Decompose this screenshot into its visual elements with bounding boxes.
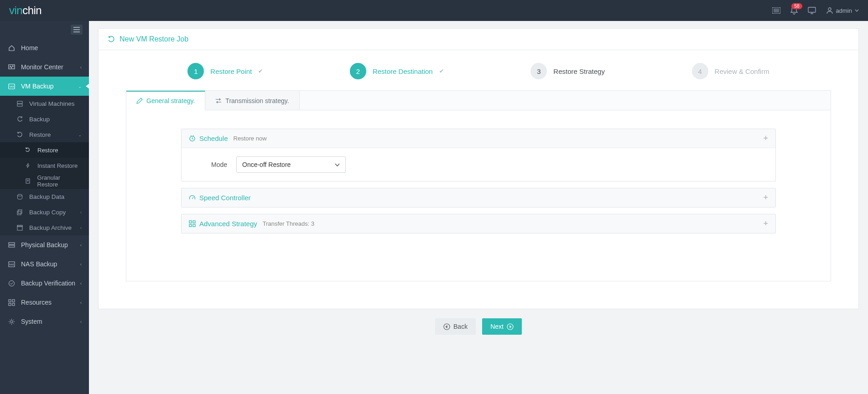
sidebar-item-resources[interactable]: Resources ‹ [0,293,89,312]
wizard-steps: 1 Restore Point ✔ 2 Restore Destination … [126,59,831,90]
sidebar-item-vm-backup[interactable]: VM VM Backup ⌄ [0,77,89,96]
sidebar-item-restore[interactable]: Restore ⌄ [0,127,89,142]
accordion-body-schedule: Mode Once-off Restore [182,148,775,181]
sidebar-item-granular-restore[interactable]: Granular Restore [0,173,89,189]
chevron-left-icon: ‹ [80,65,82,70]
step-number: 3 [530,63,547,79]
sidebar-item-backup[interactable]: Backup [0,111,89,127]
mode-select[interactable]: Once-off Restore [236,156,346,173]
active-indicator-icon [86,83,89,89]
step-label: Restore Point [210,67,252,75]
sidebar-item-monitor[interactable]: Monitor Center ‹ [0,57,89,77]
arrow-left-circle-icon [443,323,450,330]
step-number: 4 [692,63,708,79]
page-panel: New VM Restore Job 1 Restore Point ✔ 2 R… [98,28,859,309]
accordion-head-speed[interactable]: Speed Controller + [182,188,775,207]
server-icon [7,242,16,249]
sidebar-item-label: Resources [21,299,52,306]
check-icon: ✔ [258,68,263,74]
sidebar-item-restore-child[interactable]: Restore [0,142,89,158]
user-icon [826,7,833,14]
sidebar-item-nas-backup[interactable]: NAS NAS Backup ‹ [0,254,89,274]
svg-text:VM: VM [10,85,14,88]
accordion-head-schedule[interactable]: Schedule Restore now + [182,129,775,148]
chevron-left-icon: ‹ [80,225,82,230]
accordion-subtitle: Restore now [234,135,267,142]
sidebar-item-home[interactable]: Home [0,38,89,57]
tab-transmission-strategy[interactable]: Transmission strategy. [205,91,299,110]
home-icon [7,45,16,52]
tab-general-strategy[interactable]: General strategy. [126,91,205,110]
sidebar-item-label: System [21,318,42,325]
sidebar-item-instant-restore[interactable]: Instant Restore [0,158,89,173]
sidebar-item-backup-data[interactable]: Backup Data [0,189,89,204]
check-icon: ✔ [439,68,444,74]
chevron-left-icon: ‹ [80,243,82,248]
sidebar-toggle-button[interactable] [71,25,83,35]
list-icon[interactable] [772,7,780,14]
notification-bell-icon[interactable]: 58 [790,6,798,15]
svg-text:NAS: NAS [9,263,14,266]
accordion-speed: Speed Controller + [181,188,776,207]
restore-icon [24,147,32,153]
sidebar-item-physical-backup[interactable]: Physical Backup ‹ [0,235,89,254]
wizard-step-1[interactable]: 1 Restore Point ✔ [187,63,263,79]
svg-rect-22 [9,245,15,247]
step-label: Restore Strategy [553,67,605,75]
svg-rect-11 [17,101,22,104]
sidebar-item-label: Instant Restore [37,162,78,169]
sidebar-item-label: Backup [29,116,50,123]
chevron-down-icon [335,163,340,166]
nas-icon: NAS [7,261,16,267]
server-icon [16,101,24,107]
svg-rect-35 [189,224,192,227]
restore-icon [16,132,24,138]
chevron-left-icon: ‹ [80,300,82,305]
bolt-icon [24,163,32,168]
chevron-down-icon: ⌄ [78,84,82,89]
app-header: vinchin 58 admin [0,0,868,21]
accordion-title: Speed Controller [199,194,251,202]
database-icon [16,194,24,200]
plus-icon: + [763,134,768,143]
sidebar-item-virtual-machines[interactable]: Virtual Machines [0,96,89,111]
panel-header: New VM Restore Job [99,29,858,50]
svg-rect-26 [9,300,11,302]
wizard-step-3[interactable]: 3 Restore Strategy [530,63,605,79]
user-menu[interactable]: admin [826,7,859,14]
grid-icon [189,220,196,227]
button-label: Next [490,323,504,330]
logo: vinchin [9,4,42,17]
sidebar-item-label: Virtual Machines [29,100,75,107]
sidebar-item-label: Backup Data [29,193,64,200]
next-button[interactable]: Next [482,318,522,335]
refresh-icon [16,116,24,122]
vm-icon: VM [7,83,16,89]
sidebar-item-label: Backup Verification [21,280,75,287]
accordion-schedule: Schedule Restore now + Mode Once-off Res… [181,129,776,181]
accordion-head-advanced[interactable]: Advanced Strategy Transfer Threads: 3 + [182,214,775,233]
sidebar-item-label: Monitor Center [21,63,63,71]
mode-value: Once-off Restore [242,161,291,168]
page-title: New VM Restore Job [120,35,188,43]
step-label: Review & Confirm [715,67,769,75]
chevron-down-icon [855,9,859,12]
sidebar-submenu-vm-backup: Virtual Machines Backup Restore ⌄ Restor… [0,96,89,235]
sidebar-item-system[interactable]: System ‹ [0,312,89,331]
mode-label: Mode [200,161,227,168]
svg-rect-29 [12,303,15,306]
sidebar-toggle-row [0,21,89,38]
svg-rect-36 [193,224,195,227]
back-button[interactable]: Back [435,318,476,335]
step-label: Restore Destination [373,67,433,75]
sidebar-item-backup-archive[interactable]: Backup Archive ‹ [0,220,89,235]
monitor-icon[interactable] [808,7,816,14]
wizard-step-2[interactable]: 2 Restore Destination ✔ [350,63,444,79]
pencil-icon [136,98,143,104]
sidebar-item-backup-verification[interactable]: Backup Verification ‹ [0,274,89,293]
chevron-left-icon: ‹ [80,262,82,267]
archive-icon [16,225,24,231]
plus-icon: + [763,193,768,202]
sidebar-item-backup-copy[interactable]: Backup Copy ‹ [0,204,89,220]
accordion-title: Schedule [199,135,228,142]
